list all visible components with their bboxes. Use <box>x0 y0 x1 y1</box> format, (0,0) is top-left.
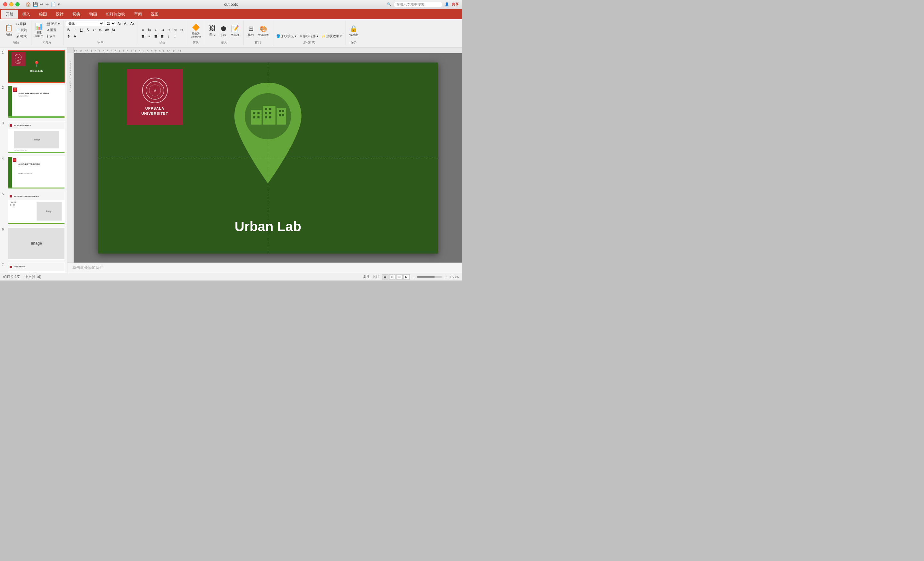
shape-effect-button[interactable]: ✨ 形状效果 ▾ <box>320 33 343 39</box>
copy-button[interactable]: 📄 复制 <box>15 27 28 33</box>
tab-design[interactable]: 设计 <box>51 10 68 19</box>
font-increase-button[interactable]: A↑ <box>117 21 123 26</box>
paste-button[interactable]: 📋 粘贴 <box>3 22 14 39</box>
textbox-button[interactable]: 📝 文本框 <box>229 22 241 39</box>
font-decrease-button[interactable]: A↓ <box>123 21 129 26</box>
slide-sorter-button[interactable]: ⊞ <box>389 274 396 280</box>
arrange-button[interactable]: ⊞ 排列 <box>246 22 256 39</box>
align-left-button[interactable]: ☰ <box>140 33 146 39</box>
convert-smartart-button[interactable]: 🔶 转换为SmartArt <box>189 22 203 39</box>
redo-icon[interactable]: ↪ <box>45 2 49 7</box>
align-text-button[interactable]: ⊟ <box>179 27 184 33</box>
status-bar: 幻灯片 1/7 中文(中国) 备注 批注 ▣ ⊞ 📖 ▶ − + 153% <box>0 273 462 280</box>
bullet-list-button[interactable]: ≡ <box>140 27 146 33</box>
justify-button[interactable]: ☰ <box>159 33 165 39</box>
quick-style-button[interactable]: 🎨 快速样式 <box>256 22 270 39</box>
dropdown-icon[interactable]: ▾ <box>58 2 60 7</box>
slide-thumb-4[interactable]: 4 🟥 ANOTHER TITLE PAGE AND ANOTHER SUBTI… <box>2 156 65 189</box>
shadow-button[interactable]: S̈ <box>66 33 72 39</box>
cols-button[interactable]: ⊟ <box>166 27 172 33</box>
bold-button[interactable]: B <box>66 27 72 33</box>
sensitivity-button[interactable]: 🔒 敏感度 <box>348 22 360 39</box>
decrease-indent-button[interactable]: ⇤ <box>153 27 159 33</box>
slide-thumb-7[interactable]: 7 TITLE AND TEXT Lorem ipsum dolor sit a… <box>2 263 65 273</box>
slide-thumb-5[interactable]: 5 TWO COLUMN LAYOUT WITH GRAPHICS SUBTIT… <box>2 192 65 224</box>
shape-button[interactable]: ⬟ 形状 <box>218 22 228 39</box>
uppsala-logo-box[interactable]: ⚜ UPPSALAUNIVERSITET <box>127 69 183 125</box>
minimize-button[interactable] <box>9 2 14 6</box>
slideshow-view-button[interactable]: ▶ <box>403 274 410 280</box>
line-spacing-button[interactable]: ↕ <box>166 33 172 39</box>
main-slide[interactable]: ⚜ UPPSALAUNIVERSITET <box>98 63 438 254</box>
layout-button[interactable]: ▦ 版式 ▾ <box>45 21 61 27</box>
slide-thumb-2[interactable]: 2 🟥 MAIN PRESENTATION TITLE WWW.SUBTITLE <box>2 85 65 118</box>
font-color2-button[interactable]: A <box>72 33 78 39</box>
align-center-button[interactable]: ≡ <box>147 33 152 39</box>
slide-img-6[interactable]: Image <box>8 227 65 260</box>
para-spacing-button[interactable]: ↨ <box>172 33 178 39</box>
shape-outline-button[interactable]: ✏ 形状轮廓 ▾ <box>298 33 320 39</box>
new-slide-button[interactable]: 📊 新建幻灯片 <box>33 22 45 39</box>
slide1-emblem: ⊕ <box>15 54 21 61</box>
slide-img-4[interactable]: 🟥 ANOTHER TITLE PAGE AND ANOTHER SUBTITL… <box>8 156 65 189</box>
cut-button[interactable]: ✂ 剪切 <box>15 21 28 27</box>
maximize-button[interactable] <box>15 2 20 6</box>
uppsala-emblem: ⚜ <box>142 78 168 103</box>
tab-animations[interactable]: 动画 <box>85 10 101 19</box>
align-right-button[interactable]: ☰ <box>153 33 159 39</box>
reset-button[interactable]: ↺ 重置 <box>45 27 61 33</box>
slides-buttons: 📊 新建幻灯片 ▦ 版式 ▾ ↺ 重置 § 节 ▾ <box>33 21 61 39</box>
canvas-content[interactable]: ⚜ UPPSALAUNIVERSITET <box>74 53 462 263</box>
tab-review[interactable]: 审阅 <box>130 10 146 19</box>
tab-insert[interactable]: 插入 <box>18 10 34 19</box>
normal-view-button[interactable]: ▣ <box>382 274 388 280</box>
section-button[interactable]: § 节 ▾ <box>45 33 61 39</box>
close-button[interactable] <box>3 2 8 6</box>
notes-button[interactable]: 备注 <box>363 274 370 279</box>
comments-button[interactable]: 批注 <box>372 274 380 279</box>
format-button[interactable]: 🖌 格式 <box>15 33 28 39</box>
zoom-slider[interactable] <box>417 276 442 278</box>
home-icon[interactable]: 🏠 <box>26 2 31 7</box>
text-direction-button[interactable]: ⟲ <box>172 27 178 33</box>
slide-thumb-6[interactable]: 6 Image <box>2 227 65 260</box>
tab-home[interactable]: 开始 <box>1 10 18 19</box>
char-spacing-button[interactable]: AV <box>104 27 110 33</box>
font-color-button[interactable]: A▾ <box>111 27 117 33</box>
italic-button[interactable]: I <box>72 27 78 33</box>
new-doc-icon[interactable]: 📄 <box>51 2 56 7</box>
notes-area[interactable]: 单击此处添加备注 <box>68 263 462 273</box>
undo-icon[interactable]: ↩ <box>40 2 44 7</box>
font-family-select[interactable]: 等线 <box>66 21 104 26</box>
tab-slideshow[interactable]: 幻灯片放映 <box>101 10 130 19</box>
share-button[interactable]: 共享 <box>452 2 459 7</box>
superscript-button[interactable]: x² <box>92 27 97 33</box>
font-size-select[interactable]: 28 <box>105 21 116 26</box>
tab-view[interactable]: 视图 <box>146 10 163 19</box>
slide-thumb-3[interactable]: 3 TITLE AND GRAPHICS Image DESCRIPTION O… <box>2 121 65 154</box>
shape-fill-button[interactable]: 🪣 形状填充 ▾ <box>275 33 298 39</box>
clear-format-button[interactable]: Aa <box>130 21 135 26</box>
slide-img-5[interactable]: TWO COLUMN LAYOUT WITH GRAPHICS SUBTITLE… <box>8 192 65 224</box>
svg-rect-13 <box>269 108 272 110</box>
increase-indent-button[interactable]: ⇥ <box>159 27 165 33</box>
zoom-minus-button[interactable]: − <box>412 275 414 279</box>
slide-img-1[interactable]: ⊕ UPPSALAUNIV. 📍 Urban Lab <box>8 50 65 83</box>
save-icon[interactable]: 💾 <box>33 2 38 7</box>
tab-draw[interactable]: 绘图 <box>34 10 51 19</box>
number-list-button[interactable]: 1≡ <box>147 27 152 33</box>
slide2-icon: 🟥 <box>13 88 17 92</box>
slide-img-2[interactable]: 🟥 MAIN PRESENTATION TITLE WWW.SUBTITLE <box>8 85 65 118</box>
underline-button[interactable]: U <box>79 27 84 33</box>
language-indicator: 中文(中国) <box>25 274 41 279</box>
subscript-button[interactable]: x₂ <box>98 27 104 33</box>
zoom-plus-button[interactable]: + <box>445 275 447 279</box>
tab-transitions[interactable]: 切换 <box>68 10 85 19</box>
slide-img-3[interactable]: TITLE AND GRAPHICS Image DESCRIPTION OF … <box>8 121 65 154</box>
slide-img-7[interactable]: TITLE AND TEXT Lorem ipsum dolor sit ame… <box>8 263 65 273</box>
image-button[interactable]: 🖼 图片 <box>207 22 218 39</box>
search-input[interactable] <box>394 2 442 7</box>
reading-view-button[interactable]: 📖 <box>396 274 403 280</box>
strikethrough-button[interactable]: S <box>85 27 91 33</box>
slide-thumb-1[interactable]: 1 ⊕ UPPSALAUNIV. 📍 Urban Lab <box>2 50 65 83</box>
